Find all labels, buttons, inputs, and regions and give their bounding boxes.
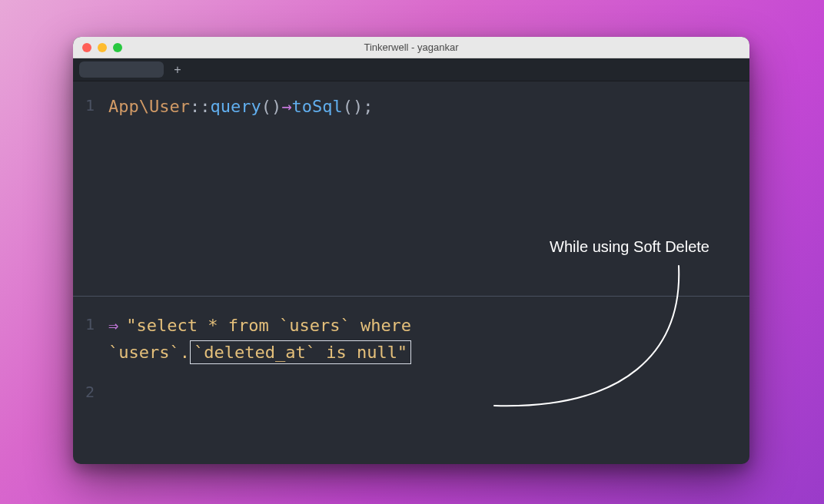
token-scope: :: — [190, 97, 211, 116]
editor-pane[interactable]: 1 App\User::query()→toSql(); While using… — [73, 81, 749, 297]
line-number: 1 — [73, 312, 108, 337]
result-arrow-icon: ⇒ — [108, 316, 118, 335]
annotation-label: While using Soft Delete — [550, 238, 709, 256]
token-parens: () — [261, 97, 282, 116]
token-namespace: App\User — [108, 97, 190, 116]
titlebar: Tinkerwell - yagankar — [73, 37, 749, 58]
tab-add-button[interactable]: + — [167, 58, 188, 81]
maximize-icon[interactable] — [113, 43, 122, 52]
output-string-highlight: `deleted_at` is null" — [194, 343, 407, 362]
token-parens: (); — [343, 97, 374, 116]
code-content[interactable]: App\User::query()→toSql(); — [108, 93, 749, 120]
token-arrow: → — [281, 97, 291, 116]
window-title: Tinkerwell - yagankar — [364, 41, 458, 53]
output-string-part: `users`. — [108, 343, 190, 362]
line-number: 2 — [73, 380, 108, 404]
output-line: 1 ⇒"select * from `users` where `users`.… — [73, 312, 749, 366]
tab-active[interactable] — [79, 61, 164, 78]
traffic-lights — [73, 43, 122, 52]
code-line: 1 App\User::query()→toSql(); — [73, 93, 749, 120]
highlighted-segment: `deleted_at` is null" — [190, 340, 411, 364]
close-icon[interactable] — [82, 43, 91, 52]
output-line: 2 — [73, 380, 749, 404]
output-string-part: "select * from `users` where — [126, 316, 411, 335]
token-function: toSql — [291, 97, 342, 116]
output-content: ⇒"select * from `users` where `users`.`d… — [108, 312, 749, 366]
token-function: query — [210, 97, 261, 116]
output-pane[interactable]: 1 ⇒"select * from `users` where `users`.… — [73, 297, 749, 404]
minimize-icon[interactable] — [98, 43, 107, 52]
app-window: Tinkerwell - yagankar + 1 App\User::quer… — [73, 37, 749, 464]
line-number: 1 — [73, 93, 108, 118]
tabbar: + — [73, 58, 749, 81]
